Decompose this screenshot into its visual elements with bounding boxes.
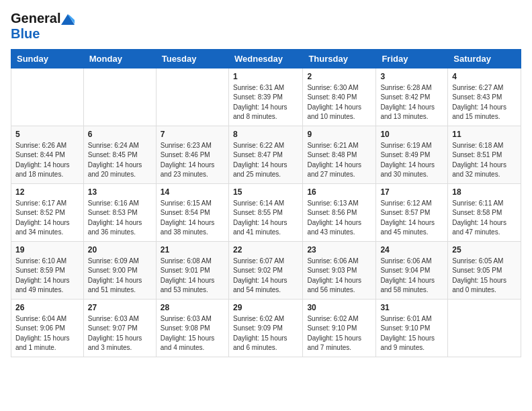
day-number: 21 <box>161 245 224 255</box>
calendar-cell: 27Sunrise: 6:03 AM Sunset: 9:07 PM Dayli… <box>83 299 156 357</box>
day-header-tuesday: Tuesday <box>156 49 228 68</box>
day-number: 24 <box>380 245 443 255</box>
day-info: Sunrise: 6:02 AM Sunset: 9:09 PM Dayligh… <box>233 314 298 353</box>
day-info: Sunrise: 6:24 AM Sunset: 8:45 PM Dayligh… <box>88 141 152 180</box>
calendar-cell: 29Sunrise: 6:02 AM Sunset: 9:09 PM Dayli… <box>228 299 302 357</box>
logo-text: GeneralBlue <box>11 11 75 41</box>
day-info: Sunrise: 6:02 AM Sunset: 9:10 PM Dayligh… <box>307 314 371 353</box>
day-number: 9 <box>307 130 371 139</box>
day-number: 14 <box>161 187 224 197</box>
day-info: Sunrise: 6:06 AM Sunset: 9:04 PM Dayligh… <box>380 257 443 295</box>
calendar-cell: 19Sunrise: 6:10 AM Sunset: 8:59 PM Dayli… <box>11 241 84 299</box>
day-info: Sunrise: 6:23 AM Sunset: 8:46 PM Dayligh… <box>161 141 224 180</box>
day-info: Sunrise: 6:08 AM Sunset: 9:01 PM Dayligh… <box>161 257 224 295</box>
day-number: 22 <box>233 245 298 255</box>
calendar-cell: 2Sunrise: 6:30 AM Sunset: 8:40 PM Daylig… <box>303 68 376 126</box>
day-number: 23 <box>307 245 371 255</box>
day-number: 27 <box>88 303 152 312</box>
week-row-5: 26Sunrise: 6:04 AM Sunset: 9:06 PM Dayli… <box>11 299 521 357</box>
calendar-cell: 6Sunrise: 6:24 AM Sunset: 8:45 PM Daylig… <box>83 126 156 183</box>
calendar-cell: 1Sunrise: 6:31 AM Sunset: 8:39 PM Daylig… <box>228 68 302 126</box>
day-info: Sunrise: 6:22 AM Sunset: 8:47 PM Dayligh… <box>233 141 298 180</box>
day-number: 25 <box>452 245 517 255</box>
day-number: 13 <box>88 187 152 197</box>
day-info: Sunrise: 6:17 AM Sunset: 8:52 PM Dayligh… <box>15 199 79 238</box>
day-number: 26 <box>15 303 79 312</box>
day-info: Sunrise: 6:05 AM Sunset: 9:05 PM Dayligh… <box>452 257 517 295</box>
day-info: Sunrise: 6:11 AM Sunset: 8:58 PM Dayligh… <box>452 199 517 238</box>
day-header-thursday: Thursday <box>303 49 376 68</box>
calendar-cell: 7Sunrise: 6:23 AM Sunset: 8:46 PM Daylig… <box>156 126 228 183</box>
calendar-cell: 9Sunrise: 6:21 AM Sunset: 8:48 PM Daylig… <box>303 126 376 183</box>
calendar-cell <box>448 299 521 357</box>
day-number: 4 <box>452 72 517 81</box>
calendar-cell: 31Sunrise: 6:01 AM Sunset: 9:10 PM Dayli… <box>376 299 448 357</box>
day-number: 6 <box>88 130 152 139</box>
calendar-cell <box>156 68 228 126</box>
day-info: Sunrise: 6:01 AM Sunset: 9:10 PM Dayligh… <box>380 314 443 353</box>
calendar-cell: 22Sunrise: 6:07 AM Sunset: 9:02 PM Dayli… <box>228 241 302 299</box>
calendar-cell: 28Sunrise: 6:03 AM Sunset: 9:08 PM Dayli… <box>156 299 228 357</box>
day-number: 1 <box>233 72 298 81</box>
day-info: Sunrise: 6:19 AM Sunset: 8:49 PM Dayligh… <box>380 141 443 180</box>
day-info: Sunrise: 6:14 AM Sunset: 8:55 PM Dayligh… <box>233 199 298 238</box>
calendar-cell <box>83 68 156 126</box>
day-info: Sunrise: 6:03 AM Sunset: 9:07 PM Dayligh… <box>88 314 152 353</box>
day-number: 15 <box>233 187 298 197</box>
day-info: Sunrise: 6:21 AM Sunset: 8:48 PM Dayligh… <box>307 141 371 180</box>
calendar-cell: 21Sunrise: 6:08 AM Sunset: 9:01 PM Dayli… <box>156 241 228 299</box>
calendar-cell: 4Sunrise: 6:27 AM Sunset: 8:43 PM Daylig… <box>448 68 521 126</box>
calendar-cell: 10Sunrise: 6:19 AM Sunset: 8:49 PM Dayli… <box>376 126 448 183</box>
day-info: Sunrise: 6:12 AM Sunset: 8:57 PM Dayligh… <box>380 199 443 238</box>
day-info: Sunrise: 6:16 AM Sunset: 8:53 PM Dayligh… <box>88 199 152 238</box>
day-info: Sunrise: 6:31 AM Sunset: 8:39 PM Dayligh… <box>233 83 298 122</box>
day-info: Sunrise: 6:07 AM Sunset: 9:02 PM Dayligh… <box>233 257 298 295</box>
calendar-header-row: SundayMondayTuesdayWednesdayThursdayFrid… <box>11 49 521 68</box>
calendar-cell: 30Sunrise: 6:02 AM Sunset: 9:10 PM Dayli… <box>303 299 376 357</box>
day-info: Sunrise: 6:18 AM Sunset: 8:51 PM Dayligh… <box>452 141 517 180</box>
day-number: 19 <box>15 245 79 255</box>
calendar-cell <box>11 68 84 126</box>
calendar-cell: 3Sunrise: 6:28 AM Sunset: 8:42 PM Daylig… <box>376 68 448 126</box>
day-info: Sunrise: 6:15 AM Sunset: 8:54 PM Dayligh… <box>161 199 224 238</box>
day-info: Sunrise: 6:28 AM Sunset: 8:42 PM Dayligh… <box>380 83 443 122</box>
page-header: GeneralBlue <box>11 11 521 41</box>
day-info: Sunrise: 6:03 AM Sunset: 9:08 PM Dayligh… <box>161 314 224 353</box>
week-row-3: 12Sunrise: 6:17 AM Sunset: 8:52 PM Dayli… <box>11 183 521 241</box>
day-number: 20 <box>88 245 152 255</box>
day-number: 31 <box>380 303 443 312</box>
calendar-cell: 11Sunrise: 6:18 AM Sunset: 8:51 PM Dayli… <box>448 126 521 183</box>
day-number: 8 <box>233 130 298 139</box>
day-number: 5 <box>15 130 79 139</box>
week-row-1: 1Sunrise: 6:31 AM Sunset: 8:39 PM Daylig… <box>11 68 521 126</box>
day-number: 29 <box>233 303 298 312</box>
week-row-2: 5Sunrise: 6:26 AM Sunset: 8:44 PM Daylig… <box>11 126 521 183</box>
day-number: 7 <box>161 130 224 139</box>
day-header-sunday: Sunday <box>11 49 84 68</box>
logo: GeneralBlue <box>11 11 75 41</box>
day-number: 16 <box>307 187 371 197</box>
calendar-cell: 15Sunrise: 6:14 AM Sunset: 8:55 PM Dayli… <box>228 183 302 241</box>
day-info: Sunrise: 6:06 AM Sunset: 9:03 PM Dayligh… <box>307 257 371 295</box>
calendar-cell: 26Sunrise: 6:04 AM Sunset: 9:06 PM Dayli… <box>11 299 84 357</box>
day-number: 30 <box>307 303 371 312</box>
calendar-cell: 25Sunrise: 6:05 AM Sunset: 9:05 PM Dayli… <box>448 241 521 299</box>
calendar-cell: 13Sunrise: 6:16 AM Sunset: 8:53 PM Dayli… <box>83 183 156 241</box>
day-number: 17 <box>380 187 443 197</box>
day-info: Sunrise: 6:30 AM Sunset: 8:40 PM Dayligh… <box>307 83 371 122</box>
calendar-cell: 12Sunrise: 6:17 AM Sunset: 8:52 PM Dayli… <box>11 183 84 241</box>
day-number: 2 <box>307 72 371 81</box>
day-number: 11 <box>452 130 517 139</box>
day-header-wednesday: Wednesday <box>228 49 302 68</box>
calendar-cell: 16Sunrise: 6:13 AM Sunset: 8:56 PM Dayli… <box>303 183 376 241</box>
calendar-cell: 24Sunrise: 6:06 AM Sunset: 9:04 PM Dayli… <box>376 241 448 299</box>
calendar-cell: 5Sunrise: 6:26 AM Sunset: 8:44 PM Daylig… <box>11 126 84 183</box>
calendar-cell: 8Sunrise: 6:22 AM Sunset: 8:47 PM Daylig… <box>228 126 302 183</box>
day-header-saturday: Saturday <box>448 49 521 68</box>
calendar-table: SundayMondayTuesdayWednesdayThursdayFrid… <box>11 49 521 357</box>
day-info: Sunrise: 6:27 AM Sunset: 8:43 PM Dayligh… <box>452 83 517 122</box>
day-header-monday: Monday <box>83 49 156 68</box>
calendar-cell: 20Sunrise: 6:09 AM Sunset: 9:00 PM Dayli… <box>83 241 156 299</box>
calendar-cell: 18Sunrise: 6:11 AM Sunset: 8:58 PM Dayli… <box>448 183 521 241</box>
day-header-friday: Friday <box>376 49 448 68</box>
